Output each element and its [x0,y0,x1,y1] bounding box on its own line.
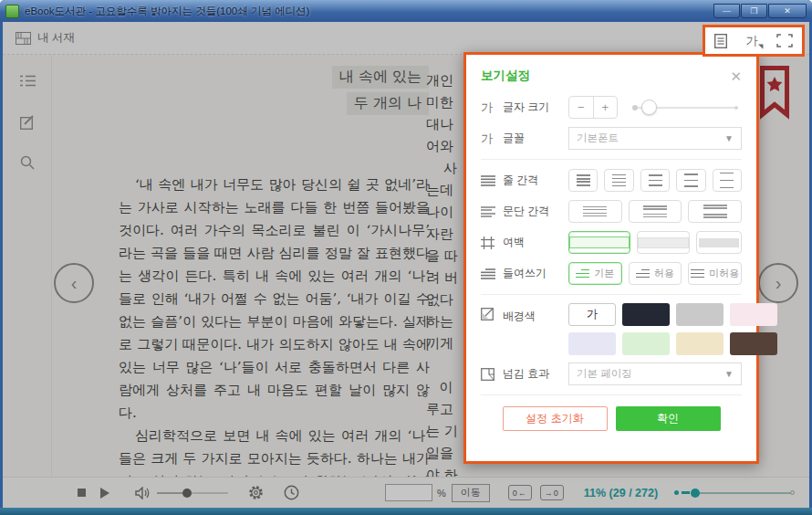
view-tools-highlight-box: 가◥ [703,25,805,57]
font-size-decrease-button[interactable]: − [569,97,594,118]
line-spacing-row: 줄 간격 [481,168,742,193]
app-logo-icon [5,5,19,18]
line-spacing-option-5[interactable] [713,169,742,192]
slider-right-dot [734,106,738,110]
margin-option-3[interactable] [696,231,742,254]
paragraph-spacing-row: 문단 간격 [481,199,742,224]
bg-color-swatch-lavender[interactable] [568,332,616,355]
indent-option-allow[interactable]: 허용 [629,262,682,285]
bg-color-swatch-gray[interactable] [676,303,724,326]
margin-option-2[interactable] [637,231,690,254]
chevron-down-icon: ▼ [724,133,734,143]
margin-icon [481,236,503,249]
font-size-increase-button[interactable]: + [594,97,618,118]
font-size-row: 가 글자 크기 − + [481,95,742,120]
line-spacing-option-1[interactable] [568,169,598,192]
paragraph-spacing-label: 문단 간격 [503,204,568,219]
font-family-value: 기본폰트 [577,131,619,145]
bg-color-swatch-cream[interactable] [676,332,724,355]
font-family-select[interactable]: 기본폰트 ▼ [568,127,742,150]
paragraph-spacing-option-1[interactable] [568,200,622,223]
line-spacing-label: 줄 간격 [503,173,568,188]
page-effect-icon [481,368,503,381]
reset-settings-button[interactable]: 설정 초기화 [503,406,608,431]
bg-color-swatch-dark-navy[interactable] [622,303,670,326]
chevron-down-icon: ▼ [724,369,734,379]
background-color-label: 배경색 [503,303,568,324]
panel-title: 보기설정 [481,68,530,84]
font-size-label: 글자 크기 [503,100,568,115]
background-color-row: 배경색 가 [481,303,742,355]
title-bar: eBook도서관 - 고요할수록 밝아지는 것들(100쇄 기념 에디션) — … [0,0,812,22]
divider [481,394,742,395]
font-family-row: 가 글꼴 기본폰트 ▼ [481,126,742,151]
line-spacing-option-3[interactable] [640,169,670,192]
slider-left-dot [632,105,638,110]
window-bottom-border [0,508,812,515]
page-effect-value: 기본 페이징 [577,367,632,381]
close-window-button[interactable]: ✕ [768,4,807,18]
indent-option-default[interactable]: 기본 [568,262,622,285]
indent-option-label: 허용 [654,267,674,280]
paragraph-spacing-option-3[interactable] [688,200,742,223]
minimize-button[interactable]: — [713,4,740,18]
indent-option-label: 미허용 [709,267,739,280]
divider [481,159,742,160]
reading-info-icon[interactable] [714,34,727,48]
indent-icon [481,268,503,279]
margin-label: 여백 [503,235,568,250]
paragraph-spacing-option-2[interactable] [629,200,682,223]
line-spacing-icon [481,175,503,186]
line-spacing-option-4[interactable] [676,169,705,192]
bg-color-swatch-light-green[interactable] [622,332,670,355]
page-effect-select[interactable]: 기본 페이징 ▼ [568,363,742,385]
bg-color-swatch-brown[interactable] [730,332,777,355]
maximize-button[interactable]: ❐ [741,4,767,18]
close-panel-icon[interactable]: ✕ [730,69,742,83]
app-window: eBook도서관 - 고요할수록 밝아지는 것들(100쇄 기념 에디션) — … [0,0,812,515]
font-size-icon: 가 [481,100,503,116]
indent-option-disallow[interactable]: 미허용 [688,262,742,285]
line-spacing-option-2[interactable] [604,169,633,192]
window-title: eBook도서관 - 고요할수록 밝아지는 것들(100쇄 기념 에디션) [25,5,309,18]
indent-row: 들여쓰기 기본 허용 미허용 [481,261,742,286]
font-size-stepper: − + [568,96,618,119]
cursor-caret-icon: ◥ [758,43,763,50]
font-size-slider-thumb[interactable] [641,100,657,115]
indent-label: 들여쓰기 [503,266,568,281]
font-size-slider[interactable] [632,107,738,109]
confirm-button[interactable]: 확인 [616,406,721,431]
page-effect-row: 넘김 효과 기본 페이징 ▼ [481,362,742,386]
background-color-icon [481,303,503,321]
view-settings-panel: 보기설정 ✕ 가 글자 크기 − + 가 글꼴 [463,52,759,464]
page-effect-label: 넘김 효과 [503,366,568,382]
font-family-label: 글꼴 [503,131,568,146]
app-body: 내 서재 내 속에 있는 두 개의 나 ‘내 속엔 내가 [3,22,809,508]
bg-color-swatch-pink[interactable] [730,303,777,326]
fullscreen-icon[interactable] [776,34,793,47]
bg-color-swatch-white[interactable]: 가 [568,303,616,326]
margin-option-1-selected[interactable] [568,231,630,254]
font-family-icon: 가 [481,131,503,147]
margin-row: 여백 [481,230,742,255]
paragraph-spacing-icon [481,206,503,217]
view-settings-icon[interactable]: 가◥ [745,33,757,49]
indent-option-label: 기본 [594,267,614,280]
divider [481,294,742,295]
background-color-swatches: 가 [568,303,777,355]
